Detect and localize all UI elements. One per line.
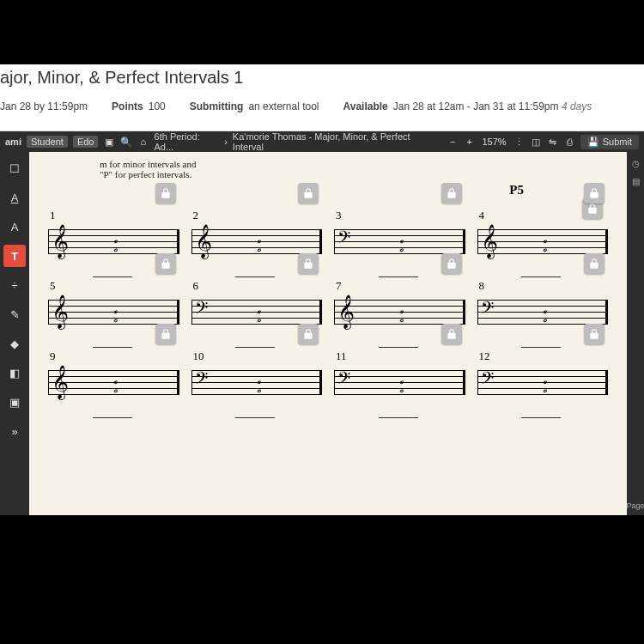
- answer-blank[interactable]: [521, 267, 561, 277]
- worksheet-page[interactable]: m for minor intervals and "P" for perfec…: [29, 152, 627, 515]
- answer-blank[interactable]: [235, 408, 275, 418]
- breadcrumb-course[interactable]: 6th Period: Ad...: [155, 131, 220, 152]
- home-icon[interactable]: ⌂: [137, 137, 149, 147]
- lock-icon[interactable]: [584, 324, 605, 344]
- treble-clef-icon: 𝄞: [481, 222, 498, 260]
- submit-button[interactable]: 💾 Submit: [580, 135, 639, 149]
- kami-logo: ami: [5, 137, 21, 147]
- instruction-line2: "P" for perfect intervals.: [100, 169, 608, 179]
- print-icon[interactable]: ⎙: [563, 137, 575, 147]
- lock-icon[interactable]: [155, 324, 176, 344]
- tool-shape[interactable]: ◧: [3, 361, 26, 384]
- music-staff: 𝄞𝅗𝅗: [48, 363, 179, 403]
- menu-icon[interactable]: ⋮: [513, 137, 526, 148]
- answer-blank[interactable]: [379, 408, 418, 418]
- question-number: 1: [50, 209, 56, 222]
- available: AvailableJan 28 at 12am - Jan 31 at 11:5…: [343, 100, 592, 112]
- question-number: 7: [336, 279, 342, 293]
- lock-icon[interactable]: [584, 183, 605, 204]
- answer-blank[interactable]: [93, 337, 132, 348]
- lock-icon[interactable]: [441, 183, 462, 204]
- lock-icon[interactable]: [155, 253, 176, 274]
- bass-clef-icon: 𝄢: [337, 361, 350, 399]
- tool-text[interactable]: T: [3, 245, 26, 267]
- bass-clef-icon: 𝄢: [481, 361, 494, 399]
- music-staff: 𝄢𝅗𝅗: [334, 363, 465, 403]
- strip-icon[interactable]: ▤: [632, 177, 640, 186]
- treble-clef-icon: 𝄞: [337, 293, 355, 331]
- lms-header: ajor, Minor, & Perfect Intervals 1 Jan 2…: [0, 64, 644, 131]
- tool-select[interactable]: ☐: [3, 157, 26, 179]
- tool-draw[interactable]: ✎: [3, 303, 26, 325]
- lock-icon[interactable]: [155, 183, 176, 204]
- answer-blank[interactable]: [521, 408, 561, 418]
- answer-blank[interactable]: [521, 337, 561, 348]
- tool-eraser[interactable]: ◆: [3, 332, 26, 355]
- answer-blank[interactable]: [93, 267, 132, 277]
- side-toolbar: ☐ A A T ÷ ✎ ◆ ◧ ▣ »: [0, 152, 29, 515]
- assignment-title: ajor, Minor, & Perfect Intervals 1: [0, 68, 243, 88]
- bass-clef-icon: 𝄢: [481, 291, 494, 329]
- tool-image[interactable]: ▣: [3, 391, 26, 413]
- save-icon: 💾: [587, 137, 599, 148]
- question-cell-12: 12𝄢𝅗𝅗: [477, 351, 609, 403]
- question-cell-10: 10𝄢𝅗𝅗: [191, 351, 323, 403]
- treble-clef-icon: 𝄞: [195, 222, 212, 260]
- split-icon[interactable]: ◫: [530, 137, 542, 148]
- answer-blank[interactable]: [379, 267, 418, 277]
- chevron-right-icon: ›: [224, 137, 228, 147]
- treble-clef-icon: 𝄞: [52, 363, 69, 401]
- zoom-out-icon[interactable]: −: [447, 137, 459, 147]
- tool-textbox[interactable]: A: [3, 216, 26, 238]
- bass-clef-icon: 𝄢: [195, 361, 208, 399]
- kami-toolbar: ami Student Edo ▣ 🔍 ⌂ 6th Period: Ad... …: [0, 131, 644, 152]
- page-label: Page: [626, 501, 644, 515]
- question-number: 2: [193, 209, 199, 222]
- question-number: 5: [50, 279, 56, 293]
- question-number: 4: [479, 209, 485, 222]
- bass-clef-icon: 𝄢: [195, 291, 208, 329]
- lock-icon[interactable]: [584, 253, 605, 274]
- answer-blank[interactable]: [235, 337, 275, 348]
- search-icon[interactable]: 🔍: [120, 137, 132, 148]
- role-chip[interactable]: Student: [27, 136, 68, 148]
- lock-icon[interactable]: [298, 183, 319, 204]
- assignment-meta: Jan 28 by 11:59pm Points100 Submittingan…: [0, 100, 592, 112]
- question-number: 9: [50, 349, 56, 363]
- treble-clef-icon: 𝄞: [52, 222, 69, 260]
- tool-more[interactable]: »: [3, 420, 26, 442]
- edit-chip[interactable]: Edo: [73, 136, 99, 148]
- lock-icon[interactable]: [441, 324, 462, 344]
- due-date: Jan 28 by 11:59pm: [0, 100, 88, 112]
- answer-blank[interactable]: [93, 408, 132, 418]
- points: Points100: [112, 100, 166, 112]
- submitting: Submittingan external tool: [190, 100, 319, 112]
- music-staff: 𝄢𝅗𝅗: [191, 363, 323, 403]
- strip-icon[interactable]: ◷: [632, 159, 640, 168]
- question-cell-9: 9𝄞𝅗𝅗: [48, 351, 179, 403]
- breadcrumb-doc: Ka'morie Thomas - Major, Minor, & Perfec…: [233, 131, 437, 152]
- tool-equation[interactable]: ÷: [3, 274, 26, 296]
- instruction-line1: m for minor intervals and: [100, 159, 608, 169]
- bass-clef-icon: 𝄢: [337, 221, 350, 258]
- question-grid: 1𝄞𝅗𝅗2𝄞𝅗𝅗3𝄢𝅗𝅗4𝄞𝅗𝅗5𝄞𝅗𝅗6𝄢𝅗𝅗7𝄞𝅗𝅗8𝄢𝅗𝅗9𝄞𝅗𝅗10𝄢𝅗…: [48, 210, 608, 403]
- lock-icon[interactable]: [298, 324, 319, 344]
- example-answer: P5: [509, 183, 524, 197]
- monitor-frame: ajor, Minor, & Perfect Intervals 1 Jan 2…: [0, 64, 644, 515]
- zoom-in-icon[interactable]: +: [464, 137, 476, 147]
- lock-icon[interactable]: [298, 253, 319, 274]
- tool-highlight[interactable]: A: [3, 186, 26, 209]
- right-strip: ◷ ▤ Page: [627, 152, 644, 515]
- panel-icon[interactable]: ▣: [103, 137, 115, 148]
- share-icon[interactable]: ⇋: [547, 137, 559, 148]
- lock-icon[interactable]: [441, 253, 462, 274]
- zoom-level[interactable]: 157%: [483, 137, 507, 147]
- question-cell-11: 11𝄢𝅗𝅗: [334, 351, 465, 403]
- music-staff: 𝄢𝅗𝅗: [477, 363, 609, 403]
- answer-blank[interactable]: [235, 267, 275, 277]
- answer-blank[interactable]: [379, 337, 418, 348]
- treble-clef-icon: 𝄞: [52, 293, 69, 331]
